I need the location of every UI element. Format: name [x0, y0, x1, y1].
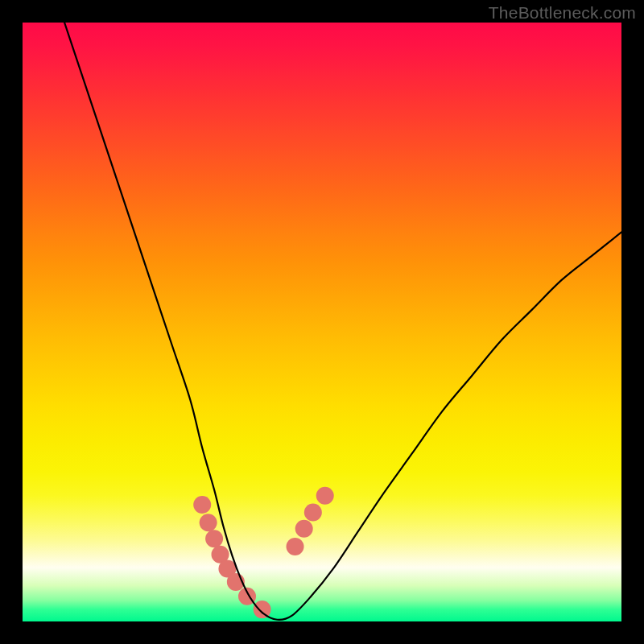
curve-layer: [23, 23, 621, 621]
highlight-dot: [304, 504, 322, 522]
highlight-dots: [193, 487, 334, 618]
plot-area: [23, 23, 621, 621]
highlight-dot: [287, 538, 304, 555]
highlight-dot: [193, 496, 211, 514]
highlight-dot: [295, 520, 313, 538]
highlight-dot: [254, 601, 271, 618]
highlight-dot: [200, 514, 217, 531]
highlight-dot: [316, 487, 334, 505]
bottleneck-curve: [64, 23, 621, 620]
chart-frame: TheBottleneck.com: [0, 0, 644, 644]
watermark-text: TheBottleneck.com: [489, 3, 636, 23]
highlight-dot: [205, 530, 223, 547]
